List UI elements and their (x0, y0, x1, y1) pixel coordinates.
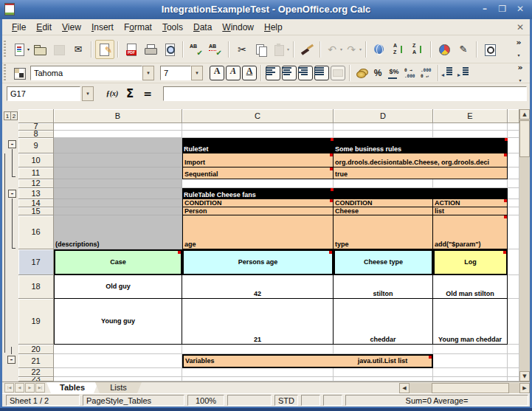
cell-B18[interactable]: Old guy (54, 275, 182, 299)
toolbar-options-button[interactable]: »▾ (512, 65, 528, 81)
cell-B8[interactable] (54, 131, 182, 138)
cell-E15[interactable]: list (433, 207, 508, 215)
show-draw-functions-button[interactable]: ✎ (454, 40, 473, 59)
outline-level-button-2[interactable]: 2 (10, 111, 18, 120)
cell-D22[interactable] (334, 368, 433, 377)
outline-collapse-button-3[interactable]: - (7, 356, 15, 364)
row-header-7[interactable]: 7 (18, 123, 54, 131)
cell-sl17[interactable] (508, 249, 519, 275)
cell-C8[interactable] (182, 131, 334, 138)
previous-sheet-button[interactable]: ◀ (15, 383, 24, 393)
titlebar[interactable]: IntegrationExampleTest - OpenOffice.org … (0, 0, 532, 19)
zoom-button[interactable] (480, 40, 500, 59)
row-header-20[interactable]: 20 (18, 345, 54, 354)
outline-collapse-button-1[interactable]: - (8, 140, 16, 148)
delete-decimal-place-button[interactable] (418, 65, 435, 81)
font-name-input[interactable] (30, 66, 142, 80)
number-format-currency-button[interactable] (353, 65, 370, 81)
cell-C12[interactable] (182, 179, 334, 188)
outline-collapse-button-2[interactable]: - (8, 190, 16, 198)
equals-icon[interactable]: = (139, 86, 156, 101)
cell-B14[interactable] (54, 199, 182, 207)
cell-E17[interactable]: Log (433, 249, 508, 275)
row-header-14[interactable]: 14 (18, 199, 54, 207)
cell-B9[interactable] (54, 138, 182, 153)
column-header-D[interactable]: D (334, 109, 433, 123)
decrease-indent-button[interactable] (442, 65, 458, 81)
open-document-button[interactable] (30, 40, 49, 59)
cell-B17[interactable]: Case (54, 249, 182, 275)
cell-D16[interactable]: type (334, 215, 433, 249)
close-button[interactable]: ✕ (514, 2, 526, 15)
new-document-button[interactable]: ▾ (11, 40, 30, 59)
menu-tools[interactable]: Tools (157, 22, 188, 32)
cell-C17[interactable]: Persons age (182, 249, 334, 275)
row-header-9[interactable]: 9 (18, 138, 54, 153)
row-header-22[interactable]: 22 (18, 368, 54, 377)
align-right-button[interactable] (298, 66, 313, 80)
formula-input-line[interactable] (163, 86, 527, 101)
menu-format[interactable]: Format (119, 22, 157, 32)
cell-D7[interactable] (334, 123, 433, 131)
cell-B10[interactable] (54, 153, 182, 167)
maximize-button[interactable]: ❒ (497, 2, 508, 15)
sheet-tab-tables[interactable]: Tables (46, 382, 98, 393)
redo-button[interactable]: ↷▾ (343, 40, 362, 59)
menu-file[interactable]: File (7, 22, 31, 32)
column-header-B[interactable]: B (54, 109, 182, 123)
cell-E21[interactable] (433, 354, 508, 368)
font-size-input[interactable] (160, 66, 191, 80)
cell-E7[interactable] (433, 123, 508, 131)
cell-D17[interactable]: Cheese type (334, 249, 433, 275)
increase-indent-button[interactable] (458, 65, 474, 81)
cell-B12[interactable] (54, 179, 182, 188)
toolbar-grip[interactable] (4, 64, 9, 82)
column-header-E[interactable]: E (433, 109, 508, 123)
cell-C10[interactable]: Import (182, 153, 334, 167)
cell-B7[interactable] (54, 123, 182, 131)
cell-sl20[interactable] (508, 345, 519, 354)
cell-C15[interactable]: Person (182, 207, 334, 215)
toolbar-overflow-caret[interactable]: ▾ (519, 77, 521, 83)
cell-E8[interactable] (433, 131, 508, 138)
cell-E22[interactable] (433, 368, 508, 377)
edit-file-button[interactable] (95, 40, 114, 59)
cell-C11[interactable]: Sequential (182, 167, 334, 179)
function-wizard-icon[interactable]: ƒ(x) (104, 86, 120, 101)
cell-D20[interactable] (334, 345, 433, 354)
cell-D18[interactable]: stilton (334, 275, 433, 299)
dropdown-caret-icon[interactable]: ▾ (27, 46, 30, 52)
bold-button[interactable]: A (210, 66, 224, 80)
cut-button[interactable]: ✂ (232, 40, 252, 59)
cell-D12[interactable] (334, 179, 433, 188)
italic-button[interactable]: A (226, 66, 241, 80)
last-sheet-button[interactable]: ▶| (35, 383, 45, 393)
format-paintbrush-button[interactable] (297, 40, 317, 59)
cell-sl13[interactable] (508, 188, 519, 199)
cell-B22[interactable] (54, 368, 182, 377)
cell-D9[interactable]: Some business rules (334, 138, 508, 153)
column-header-partial[interactable] (508, 109, 519, 123)
row-header-17[interactable]: 17 (18, 249, 54, 275)
save-document-button[interactable] (49, 40, 69, 59)
cell-D19[interactable]: cheddar (334, 299, 433, 345)
next-sheet-button[interactable]: ▶ (25, 383, 35, 393)
document-as-email-button[interactable]: ✉ (69, 40, 88, 59)
sort-ascending-button[interactable] (389, 40, 408, 59)
cell-B16[interactable]: (descriptions) (54, 215, 182, 249)
cell-B21[interactable] (54, 354, 182, 368)
paste-button[interactable]: ▾ (271, 40, 290, 59)
cell-E20[interactable] (433, 345, 508, 354)
first-sheet-button[interactable]: |◀ (4, 383, 14, 393)
cell-C20[interactable] (182, 345, 334, 354)
cell-C22[interactable] (182, 368, 334, 377)
copy-button[interactable] (252, 40, 271, 59)
cell-sl14[interactable] (508, 199, 519, 207)
cell-C7[interactable] (182, 123, 334, 131)
cell-B20[interactable] (54, 345, 182, 354)
export-as-pdf-button[interactable] (122, 40, 141, 59)
cell-E12[interactable] (433, 179, 508, 188)
hyperlink-button[interactable] (370, 40, 389, 59)
cell-sl10[interactable] (508, 153, 519, 167)
cell-D10[interactable]: org.drools.decisiontable.Cheese, org.dro… (334, 153, 508, 167)
